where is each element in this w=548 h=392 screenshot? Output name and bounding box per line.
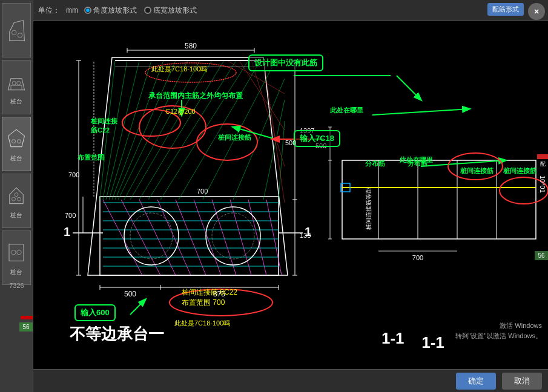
dim-700-left: 700 (68, 171, 79, 178)
sidebar-item-4[interactable]: 桩台 (2, 174, 31, 228)
svg-text:1-1: 1-1 (421, 333, 444, 351)
annotation-7c18-top: 此处是7C18-100吗 (151, 65, 207, 74)
svg-point-5 (12, 81, 16, 85)
windows-activation: 激活 Windows 转到"设置"以激活 Windows。 (455, 321, 543, 342)
annotation-where-1: 此处在哪里 (330, 106, 363, 115)
unit-value: mm (66, 6, 78, 15)
svg-text:500: 500 (124, 290, 136, 298)
config-button[interactable]: 配筋形式 (487, 3, 524, 16)
svg-point-2 (18, 33, 22, 38)
canvas-area: 580 500 875 1 700 1 (33, 21, 548, 369)
sidebar-item-2-label: 桩台 (10, 97, 22, 106)
radio-width[interactable]: 底宽放坡形式 (144, 5, 197, 16)
sidebar-item-4-label: 桩台 (10, 211, 22, 220)
sidebar-item-2[interactable]: 桩台 (2, 60, 31, 114)
svg-text:700: 700 (65, 212, 76, 219)
radio-angle[interactable]: 角度放坡形式 (84, 5, 137, 16)
annotation-range: 布置范围 (78, 153, 104, 162)
svg-point-1 (12, 30, 17, 35)
pile-number: 7326 (0, 282, 33, 289)
annotation-pile-conn-bottom-right: 桩间连接筋 (503, 166, 536, 175)
svg-point-13 (15, 193, 18, 197)
radio-group: 角度放坡形式 底宽放坡形式 (84, 5, 197, 16)
annotation-input-600: 输入600 (74, 304, 116, 321)
svg-marker-10 (10, 188, 24, 203)
sidebar-item-3[interactable]: 桩台 (2, 117, 31, 171)
svg-point-6 (17, 81, 21, 85)
unit-label: 单位： (38, 5, 60, 16)
annotation-pile-conn-mid: 桩间连接筋 (218, 133, 251, 142)
toolbar: 单位： mm 角度放坡形式 底宽放坡形式 配筋形式 (33, 0, 548, 21)
red-side-label-right: 配 (537, 154, 548, 159)
svg-point-12 (18, 197, 21, 201)
drawing-title: 不等边承台一 (70, 324, 164, 345)
sidebar-item-5-label: 桩台 (10, 268, 22, 276)
side-red-label: 筋 (21, 316, 33, 319)
annotation-uniform: 承台范围内主筋之外均匀布置 (148, 91, 243, 101)
svg-text:580: 580 (185, 42, 197, 50)
green-side-label-right: 56 (535, 251, 548, 260)
svg-point-15 (12, 250, 16, 255)
annotation-pile-conn-tl: 桩间连接筋C22 (91, 117, 117, 135)
svg-point-8 (12, 140, 16, 143)
close-button[interactable]: × (528, 3, 545, 20)
svg-marker-0 (10, 20, 25, 41)
dim-700-mid: 700 (197, 188, 208, 195)
svg-text:133: 133 (300, 232, 311, 239)
radio-width-label: 底宽放坡形式 (153, 5, 197, 16)
green-side-label: 56 (19, 322, 33, 332)
annotation-c12-200: C12@200 (165, 108, 196, 115)
annotation-design-note: 设计图中没有此筋 (248, 54, 323, 71)
sidebar-item-5[interactable]: 桩台 (2, 230, 31, 285)
svg-text:700: 700 (412, 254, 423, 261)
sidebar-item-3-label: 桩台 (10, 154, 22, 163)
confirm-button[interactable]: 确定 (456, 373, 496, 390)
annotation-7c18-bottom: 此处是7C18-100吗 (174, 319, 230, 328)
svg-rect-4 (11, 85, 22, 90)
radio-angle-dot[interactable] (84, 7, 91, 14)
win-activate-line1: 激活 Windows (455, 321, 543, 332)
dim-500-right: 500 (285, 139, 296, 146)
svg-marker-3 (8, 79, 25, 90)
annotation-dist-bar-2: 分布筋 (408, 159, 428, 168)
svg-text:1: 1 (64, 225, 70, 238)
main-area: 单位： mm 角度放坡形式 底宽放坡形式 配筋形式 × (33, 0, 548, 392)
cancel-button[interactable]: 取消 (502, 373, 542, 390)
svg-point-9 (18, 140, 21, 143)
svg-point-11 (12, 197, 16, 201)
section-label: 1-1 (381, 329, 404, 348)
radio-width-dot[interactable] (144, 7, 151, 14)
svg-text:桩间连接筋等距: 桩间连接筋等距 (365, 188, 372, 230)
radio-angle-label: 角度放坡形式 (93, 5, 137, 16)
svg-marker-7 (8, 129, 25, 147)
svg-point-16 (17, 250, 22, 255)
annotation-pile-conn-right: 桩间连接筋 (460, 166, 494, 175)
annotation-pile-8c22: 桩间连接筋 8C22布置范围 700 (182, 287, 237, 308)
win-activate-line2: 转到"设置"以激活 Windows。 (455, 331, 543, 342)
right-side-notation: 10*01 (539, 175, 546, 193)
bottom-bar: 确定 取消 (33, 369, 548, 392)
annotation-input-7c18: 输入7C18 (294, 130, 340, 147)
annotation-dist-bar-1: 分布筋 (365, 159, 385, 168)
sidebar: 桩台 桩台 桩台 桩台 7326 筋 56 (0, 0, 33, 392)
sidebar-item-1[interactable] (2, 3, 31, 57)
